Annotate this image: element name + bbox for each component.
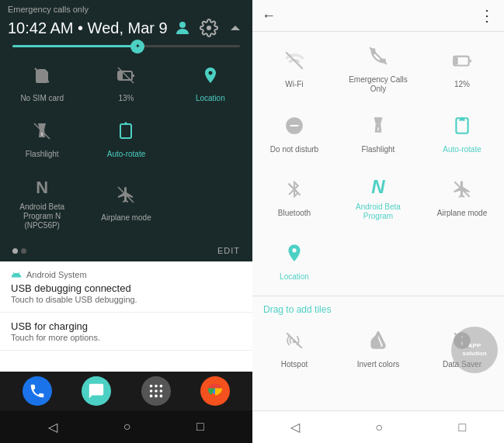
svg-point-13 [155, 389, 158, 393]
emergency-label: Emergency calls only [8, 5, 89, 14]
drag-to-add-label: Drag to add tiles [252, 296, 504, 320]
dnd-icon [284, 116, 304, 140]
phone-app-icon[interactable] [23, 376, 52, 406]
right-tile-emergency-label: Emergency Calls Only [341, 75, 415, 94]
back-icon[interactable]: ← [262, 8, 276, 24]
svg-point-17 [159, 395, 162, 398]
brightness-fill [12, 45, 137, 47]
right-tile-location-label: Location [280, 272, 309, 282]
tile-airplane[interactable]: Airplane mode [84, 168, 168, 240]
dot-1 [12, 248, 18, 254]
right-tiles-grid: Wi-Fi Emergency Calls Only 12% [252, 32, 504, 296]
svg-point-16 [155, 395, 158, 398]
right-tile-autorotate-label: Auto-rotate [443, 145, 481, 154]
right-autorotate-icon [452, 116, 472, 140]
notif-body-2: Touch for more options. [11, 333, 242, 342]
right-tile-emergency[interactable]: Emergency Calls Only [336, 35, 420, 105]
tile-no-sim-label: No SIM card [20, 94, 64, 103]
tile-android-beta-label: Android Beta Program N (NPC56P) [6, 202, 78, 230]
right-tile-flashlight-label: Flashlight [362, 145, 395, 154]
svg-point-0 [179, 22, 186, 28]
tile-battery[interactable]: 13% [84, 57, 168, 112]
emergency-icon [368, 46, 388, 71]
tile-auto-rotate[interactable]: Auto-rotate [84, 112, 168, 168]
right-tile-bluetooth[interactable]: Bluetooth [252, 165, 336, 232]
home-nav-left[interactable]: ○ [123, 420, 131, 434]
time-text: 10:42 AM • Wed, Mar 9 [8, 19, 168, 37]
right-tile-android-beta-label: Android Beta Program [341, 202, 415, 221]
tile-flashlight[interactable]: Flashlight [0, 112, 84, 168]
tile-empty-1 [169, 112, 252, 168]
battery-icon [116, 66, 135, 89]
svg-rect-3 [120, 73, 122, 78]
brightness-row[interactable] [0, 42, 252, 54]
svg-line-27 [287, 333, 302, 348]
right-tile-airplane[interactable]: Airplane mode [420, 165, 504, 232]
right-location-icon [284, 243, 304, 268]
right-tile-autorotate[interactable]: Auto-rotate [420, 105, 504, 165]
svg-rect-22 [455, 58, 457, 64]
wifi-icon [284, 50, 304, 75]
svg-point-9 [149, 385, 152, 388]
right-tile-flashlight[interactable]: Flashlight [336, 105, 420, 165]
hotspot-icon [284, 331, 304, 355]
edit-row: EDIT [0, 243, 252, 261]
edit-button[interactable]: EDIT [217, 246, 240, 255]
tile-location[interactable]: Location [169, 57, 252, 112]
right-tile-dnd[interactable]: Do not disturb [252, 105, 336, 165]
android-system-icon [11, 269, 22, 280]
left-nav-bar: ◁ ○ □ [0, 410, 252, 443]
right-tile-wifi-label: Wi-Fi [285, 80, 303, 89]
right-battery-icon [452, 50, 472, 75]
brightness-track[interactable] [12, 45, 240, 47]
tile-android-beta[interactable]: N Android Beta Program N (NPC56P) [0, 168, 84, 240]
tile-flashlight-label: Flashlight [26, 150, 59, 159]
notifications-area: Android System USB debugging connected T… [0, 261, 252, 372]
drag-tile-hotspot[interactable]: Hotspot [252, 320, 336, 379]
chrome-app-icon[interactable] [200, 376, 230, 406]
app-tray [0, 372, 252, 410]
right-android-beta-icon: N [371, 176, 384, 198]
tile-location-label: Location [196, 94, 225, 103]
right-tile-battery[interactable]: 12% [420, 35, 504, 105]
drag-tile-invert-label: Invert colors [357, 360, 399, 369]
right-header: ← ⋮ [252, 0, 504, 32]
airplane-icon [116, 185, 135, 209]
right-tile-dnd-label: Do not disturb [270, 145, 318, 154]
right-airplane-icon [452, 179, 472, 204]
right-tile-bluetooth-label: Bluetooth [278, 209, 311, 218]
recents-nav-left[interactable]: □ [196, 420, 204, 434]
tile-no-sim[interactable]: No SIM card [0, 57, 84, 112]
back-nav-left[interactable]: ◁ [48, 420, 57, 434]
drag-tile-hotspot-label: Hotspot [281, 360, 308, 369]
page-dots [12, 248, 26, 254]
right-tile-android-beta[interactable]: N Android Beta Program [336, 165, 420, 232]
svg-point-12 [149, 389, 152, 393]
tile-airplane-label: Airplane mode [101, 213, 151, 223]
recents-nav-right[interactable]: □ [459, 421, 467, 434]
notif-usb-charge[interactable]: USB for charging Touch for more options. [0, 313, 252, 351]
notif-usb-debug[interactable]: Android System USB debugging connected T… [0, 261, 252, 313]
notif-app-1: Android System [26, 270, 87, 279]
flashlight-icon [33, 122, 51, 145]
svg-point-11 [159, 385, 162, 388]
settings-icon[interactable] [200, 19, 218, 37]
right-tile-airplane-label: Airplane mode [437, 209, 487, 218]
right-tile-wifi[interactable]: Wi-Fi [252, 35, 336, 105]
user-icon[interactable] [173, 19, 192, 37]
messages-app-icon[interactable] [82, 376, 111, 406]
back-nav-right[interactable]: ◁ [290, 420, 300, 434]
home-nav-right[interactable]: ○ [375, 421, 383, 434]
quick-tiles-grid: No SIM card 13% Location [0, 54, 252, 243]
drag-tile-invert[interactable]: Invert colors [336, 320, 420, 379]
auto-rotate-icon [116, 122, 135, 145]
notif-body-1: Touch to disable USB debugging. [11, 295, 242, 304]
collapse-icon[interactable] [226, 19, 245, 37]
android-beta-icon: N [36, 178, 48, 198]
right-tile-location[interactable]: Location [252, 232, 336, 292]
watermark: APP solution [451, 327, 498, 373]
brightness-thumb[interactable] [130, 40, 144, 54]
status-bar: Emergency calls only [0, 0, 252, 17]
more-icon[interactable]: ⋮ [479, 6, 495, 25]
apps-icon[interactable] [141, 376, 171, 406]
